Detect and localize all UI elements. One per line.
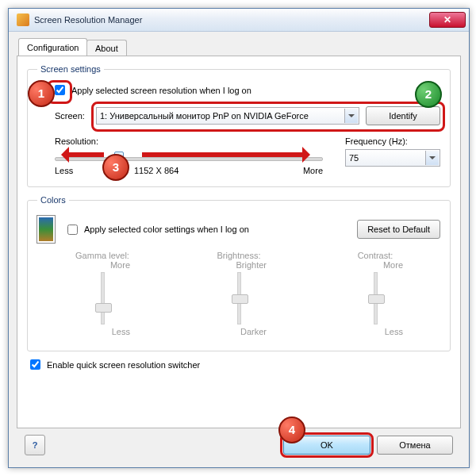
- gamma-slider: Gamma level: More Less: [75, 251, 130, 336]
- tab-configuration[interactable]: Configuration: [18, 38, 87, 56]
- screen-settings-group: Screen settings Apply selected screen re…: [27, 64, 451, 187]
- brightness-slider: Brightness: Brighter Darker: [211, 251, 267, 336]
- identify-button[interactable]: Identify: [366, 106, 440, 125]
- quick-switcher-checkbox[interactable]: [30, 359, 40, 370]
- screen-dropdown-value: 1: Универсальный монитор PnP on NVIDIA G…: [100, 111, 309, 121]
- colors-legend: Colors: [37, 195, 69, 205]
- colors-group: Colors Apply selected color settings whe…: [27, 195, 451, 351]
- help-button[interactable]: ?: [25, 435, 45, 455]
- annotation-1: 1: [28, 80, 55, 107]
- frequency-value: 75: [349, 153, 359, 163]
- chevron-down-icon: [344, 109, 358, 123]
- annotation-3: 3: [102, 154, 129, 181]
- titlebar: Screen Resolution Manager ✕: [9, 9, 469, 32]
- screen-settings-legend: Screen settings: [37, 64, 104, 74]
- window: Screen Resolution Manager ✕ Configuratio…: [8, 8, 470, 468]
- contrast-slider: Contrast: More Less: [347, 251, 403, 336]
- screen-dropdown[interactable]: 1: Универсальный монитор PnP on NVIDIA G…: [96, 107, 359, 125]
- frequency-label: Frequency (Hz):: [345, 136, 440, 146]
- annotation-2: 2: [415, 81, 442, 108]
- slider-more: More: [303, 166, 323, 175]
- resolution-label: Resolution:: [55, 136, 339, 146]
- dialog-footer: ? 4 OK Отмена: [17, 428, 461, 462]
- chevron-down-icon: [425, 151, 439, 165]
- resolution-slider[interactable]: [55, 157, 323, 161]
- window-title: Screen Resolution Manager: [34, 15, 429, 25]
- tab-panel: Screen settings Apply selected screen re…: [17, 56, 461, 428]
- cancel-button[interactable]: Отмена: [377, 436, 453, 455]
- slider-less: Less: [55, 166, 73, 175]
- screen-label: Screen:: [55, 111, 90, 121]
- tabstrip: Configuration About: [17, 38, 461, 56]
- color-icon: [37, 216, 55, 243]
- apply-resolution-checkbox[interactable]: [55, 85, 65, 95]
- annotation-4: 4: [278, 416, 305, 443]
- resolution-value: 1152 X 864: [134, 166, 178, 175]
- apply-resolution-label: Apply selected screen resolution when I …: [71, 86, 251, 95]
- close-button[interactable]: ✕: [429, 12, 466, 28]
- quick-switcher-label: Enable quick screen resolution switcher: [47, 360, 200, 370]
- apply-colors-checkbox[interactable]: [67, 225, 78, 235]
- frequency-dropdown[interactable]: 75: [345, 149, 440, 167]
- apply-colors-label: Apply selected color settings when I log…: [84, 225, 249, 234]
- app-icon: [17, 13, 29, 26]
- tab-about[interactable]: About: [86, 40, 127, 56]
- reset-default-button[interactable]: Reset to Default: [357, 220, 440, 239]
